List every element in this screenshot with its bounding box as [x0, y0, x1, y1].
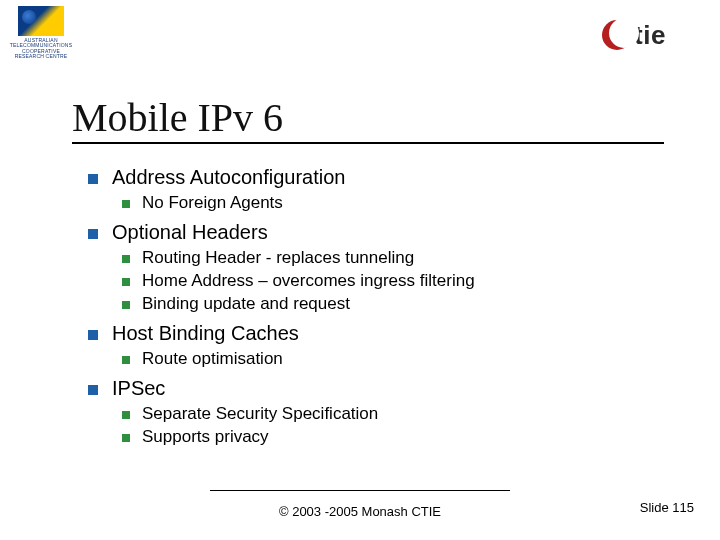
sub-item-label: Route optimisation: [142, 349, 283, 369]
bullet-icon: [122, 301, 130, 309]
bullet-icon: [122, 356, 130, 364]
bullet-icon: [122, 200, 130, 208]
footer-divider: [210, 490, 510, 491]
footer-copyright: © 2003 -2005 Monash CTIE: [0, 504, 720, 519]
logo-right: tie: [602, 16, 700, 54]
list-item: Host Binding Caches Route optimisation: [88, 322, 648, 369]
logo-left: AUSTRALIAN TELECOMMUNICATIONS COOPERATIV…: [10, 6, 72, 66]
section-label: IPSec: [112, 377, 165, 400]
bullet-icon: [88, 330, 98, 340]
title-divider: [72, 142, 664, 144]
bullet-icon: [88, 385, 98, 395]
list-item: Binding update and request: [122, 294, 648, 314]
sub-item-label: Routing Header - replaces tunneling: [142, 248, 414, 268]
slide-content: Address Autoconfiguration No Foreign Age…: [88, 166, 648, 455]
list-item: Supports privacy: [122, 427, 648, 447]
bullet-icon: [122, 434, 130, 442]
slide-title: Mobile IPv 6: [72, 94, 283, 141]
sub-item-label: No Foreign Agents: [142, 193, 283, 213]
list-item: Address Autoconfiguration No Foreign Age…: [88, 166, 648, 213]
section-label: Address Autoconfiguration: [112, 166, 346, 189]
section-label: Optional Headers: [112, 221, 268, 244]
section-label: Host Binding Caches: [112, 322, 299, 345]
list-item: Routing Header - replaces tunneling: [122, 248, 648, 268]
slide-number: Slide 115: [640, 500, 694, 515]
sub-item-label: Binding update and request: [142, 294, 350, 314]
flag-icon: [18, 6, 64, 36]
list-item: IPSec Separate Security Specification Su…: [88, 377, 648, 447]
bullet-icon: [122, 255, 130, 263]
list-item: Route optimisation: [122, 349, 648, 369]
list-item: No Foreign Agents: [122, 193, 648, 213]
bullet-icon: [122, 411, 130, 419]
sub-item-label: Supports privacy: [142, 427, 269, 447]
bullet-icon: [122, 278, 130, 286]
sub-item-label: Home Address – overcomes ingress filteri…: [142, 271, 475, 291]
list-item: Separate Security Specification: [122, 404, 648, 424]
list-item: Optional Headers Routing Header - replac…: [88, 221, 648, 314]
bullet-icon: [88, 174, 98, 184]
crescent-icon: [602, 20, 632, 50]
logo-left-label: AUSTRALIAN TELECOMMUNICATIONS COOPERATIV…: [10, 38, 72, 59]
list-item: Home Address – overcomes ingress filteri…: [122, 271, 648, 291]
sub-item-label: Separate Security Specification: [142, 404, 378, 424]
bullet-icon: [88, 229, 98, 239]
